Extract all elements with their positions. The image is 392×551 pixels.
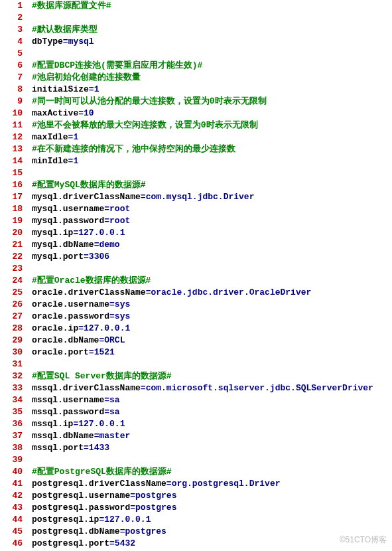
code-line: 12maxIdle=1 (0, 131, 392, 143)
comment-text: #配置Oracle数据库的数据源# (32, 276, 151, 285)
line-content: maxIdle=1 (32, 131, 392, 143)
line-number: 24 (0, 275, 32, 287)
property-value: sa (109, 395, 120, 405)
property-value: sys (115, 299, 130, 309)
code-line: 2 (0, 12, 392, 24)
equals-sign: = (109, 299, 115, 309)
line-number: 13 (0, 143, 32, 155)
code-line: 7#池启初始化创建的连接数量 (0, 72, 392, 84)
comment-text: #数据库源配置文件# (32, 1, 111, 11)
line-number: 40 (0, 466, 32, 478)
code-line: 18mysql.username=root (0, 203, 392, 215)
line-number: 3 (0, 24, 32, 36)
code-line: 24#配置Oracle数据库的数据源# (0, 275, 392, 287)
line-number: 44 (0, 514, 32, 526)
code-line: 43postgresql.password=postgres (0, 502, 392, 514)
equals-sign: = (84, 443, 89, 453)
code-line: 10maxActive=10 (0, 108, 392, 119)
property-key: mysql.port (32, 252, 84, 262)
line-content: #配置SQL Server数据库的数据源# (32, 370, 392, 382)
line-number: 26 (0, 299, 32, 311)
property-key: postgresql.ip (32, 514, 99, 524)
property-key: mssql.driverClassName (32, 383, 141, 393)
code-line: 4dbType=mysql (0, 36, 392, 48)
equals-sign: = (78, 108, 84, 118)
code-line: 35mssql.password=sa (0, 406, 392, 418)
comment-text: #配置PostgreSQL数据库的数据源# (32, 467, 172, 477)
line-number: 21 (0, 239, 32, 251)
line-number: 27 (0, 311, 32, 323)
line-content: #配置DBCP连接池(需要重启应用才能生效)# (32, 60, 392, 72)
property-value: sys (115, 311, 130, 321)
property-value: 127.0.0.1 (78, 228, 125, 238)
property-value: 1 (73, 132, 78, 142)
line-content: mysql.password=root (32, 215, 392, 227)
comment-text: #默认数据库类型 (32, 25, 98, 35)
line-number: 35 (0, 406, 32, 418)
property-key: mssql.port (32, 443, 84, 453)
line-number: 37 (0, 430, 32, 442)
line-content: postgresql.username=postgres (32, 490, 392, 502)
property-value: 3306 (89, 252, 109, 262)
property-value: ORCL (104, 335, 125, 345)
property-key: mysql.ip (32, 228, 73, 238)
code-line: 6#配置DBCP连接池(需要重启应用才能生效)# (0, 60, 392, 72)
line-number: 22 (0, 251, 32, 263)
property-key: oracle.driverClassName (32, 287, 146, 297)
equals-sign: = (141, 383, 146, 393)
comment-text: #配置DBCP连接池(需要重启应用才能生效)# (32, 60, 202, 70)
property-key: mysql.driverClassName (32, 192, 141, 202)
code-line: 29oracle.dbName=ORCL (0, 335, 392, 347)
property-key: oracle.dbName (32, 335, 99, 345)
line-content: #同一时间可以从池分配的最大连接数，设置为0时表示无限制 (32, 96, 392, 108)
property-value: 10 (84, 108, 94, 118)
code-line: 38mssql.port=1433 (0, 442, 392, 454)
line-content: postgresql.password=postgres (32, 502, 392, 514)
line-number: 39 (0, 454, 32, 466)
property-value: com.microsoft.sqlserver.jdbc.SQLServerDr… (146, 383, 373, 393)
line-content: #数据库源配置文件# (32, 0, 392, 12)
code-line: 32#配置SQL Server数据库的数据源# (0, 370, 392, 382)
code-line: 41postgresql.driverClassName=org.postgre… (0, 478, 392, 490)
property-key: mysql.password (32, 216, 104, 226)
line-content: mysql.driverClassName=com.mysql.jdbc.Dri… (32, 191, 392, 203)
comment-text: #池启初始化创建的连接数量 (32, 72, 141, 82)
property-value: 127.0.0.1 (104, 514, 151, 524)
property-key: maxIdle (32, 132, 68, 142)
code-line: 16#配置MySQL数据库的数据源# (0, 179, 392, 191)
line-content: mysql.port=3306 (32, 251, 392, 263)
property-value: postgres (135, 503, 176, 512)
property-value: 1 (94, 84, 99, 94)
line-number: 29 (0, 335, 32, 347)
code-line: 22mysql.port=3306 (0, 251, 392, 263)
comment-text: #池里不会被释放的最大空闲连接数，设置为0时表示无限制 (32, 120, 258, 130)
property-key: mysql.dbName (32, 240, 94, 250)
line-number: 45 (0, 526, 32, 538)
code-line: 26oracle.username=sys (0, 299, 392, 311)
equals-sign: = (78, 323, 84, 333)
code-line: 13#在不新建连接的情况下，池中保持空闲的最少连接数 (0, 143, 392, 155)
line-number: 12 (0, 131, 32, 143)
property-key: mssql.username (32, 395, 104, 405)
line-content: mssql.ip=127.0.0.1 (32, 418, 392, 430)
property-value: root (109, 216, 130, 226)
property-key: postgresql.username (32, 491, 130, 501)
property-value: 1433 (89, 443, 109, 453)
code-line: 14minIdle=1 (0, 155, 392, 167)
line-number: 9 (0, 96, 32, 108)
line-content: mssql.dbName=master (32, 430, 392, 442)
line-content: #在不新建连接的情况下，池中保持空闲的最少连接数 (32, 143, 392, 155)
comment-text: #配置SQL Server数据库的数据源# (32, 371, 172, 381)
code-line: 15 (0, 167, 392, 179)
equals-sign: = (104, 216, 109, 226)
property-key: postgresql.password (32, 503, 130, 512)
equals-sign: = (130, 491, 135, 501)
line-number: 32 (0, 370, 32, 382)
property-key: initialSize (32, 84, 89, 94)
code-line: 28oracle.ip=127.0.0.1 (0, 323, 392, 335)
property-key: oracle.password (32, 311, 109, 321)
line-number: 18 (0, 203, 32, 215)
line-content: postgresql.port=5432 (32, 538, 392, 550)
line-content: mysql.username=root (32, 203, 392, 215)
equals-sign: = (109, 311, 115, 321)
